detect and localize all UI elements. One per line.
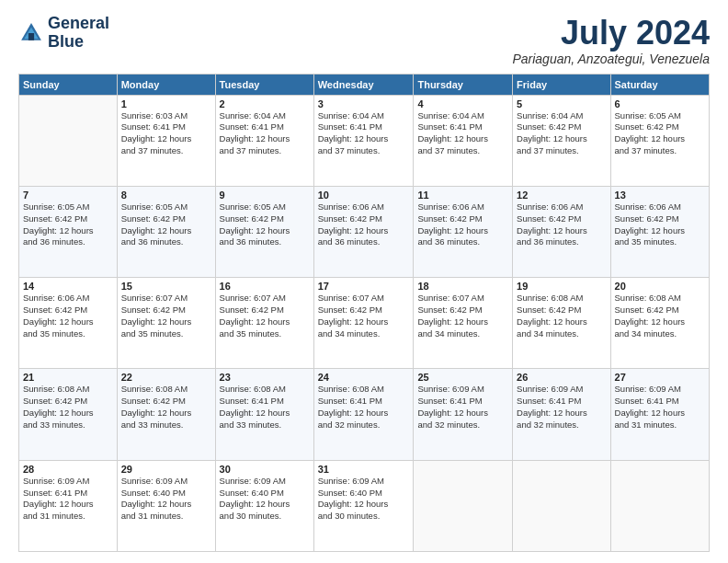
calendar-cell: 4Sunrise: 6:04 AM Sunset: 6:41 PM Daylig… <box>414 95 513 186</box>
day-info: Sunrise: 6:06 AM Sunset: 6:42 PM Dayligh… <box>23 293 113 339</box>
day-number: 26 <box>517 372 606 383</box>
day-info: Sunrise: 6:05 AM Sunset: 6:42 PM Dayligh… <box>615 110 705 157</box>
day-number: 31 <box>318 464 410 475</box>
calendar-cell <box>414 460 513 551</box>
day-number: 19 <box>517 281 606 292</box>
day-number: 15 <box>121 281 211 292</box>
day-info: Sunrise: 6:07 AM Sunset: 6:42 PM Dayligh… <box>220 293 310 339</box>
svg-rect-2 <box>28 33 34 40</box>
day-info: Sunrise: 6:05 AM Sunset: 6:42 PM Dayligh… <box>23 201 113 248</box>
weekday-header-thursday: Thursday <box>414 74 513 95</box>
day-number: 14 <box>23 281 113 292</box>
calendar-cell: 31Sunrise: 6:09 AM Sunset: 6:40 PM Dayli… <box>313 460 414 551</box>
calendar-table: SundayMondayTuesdayWednesdayThursdayFrid… <box>18 74 710 552</box>
day-info: Sunrise: 6:08 AM Sunset: 6:42 PM Dayligh… <box>121 384 211 431</box>
calendar-cell: 17Sunrise: 6:07 AM Sunset: 6:42 PM Dayli… <box>313 278 414 369</box>
day-number: 27 <box>615 372 705 383</box>
weekday-header-friday: Friday <box>513 74 610 95</box>
day-number: 5 <box>517 98 606 109</box>
day-number: 4 <box>417 98 508 109</box>
day-info: Sunrise: 6:06 AM Sunset: 6:42 PM Dayligh… <box>615 201 705 248</box>
calendar-cell: 16Sunrise: 6:07 AM Sunset: 6:42 PM Dayli… <box>215 278 313 369</box>
day-info: Sunrise: 6:07 AM Sunset: 6:42 PM Dayligh… <box>417 293 508 339</box>
day-info: Sunrise: 6:08 AM Sunset: 6:41 PM Dayligh… <box>220 384 310 431</box>
day-number: 17 <box>318 281 410 292</box>
header: General Blue July 2024 Pariaguan, Anzoat… <box>18 15 710 66</box>
calendar-cell: 15Sunrise: 6:07 AM Sunset: 6:42 PM Dayli… <box>117 278 215 369</box>
calendar-cell <box>610 460 709 551</box>
calendar-cell: 11Sunrise: 6:06 AM Sunset: 6:42 PM Dayli… <box>414 186 513 277</box>
day-info: Sunrise: 6:03 AM Sunset: 6:41 PM Dayligh… <box>121 110 211 157</box>
calendar-cell: 19Sunrise: 6:08 AM Sunset: 6:42 PM Dayli… <box>513 278 610 369</box>
calendar-cell <box>19 95 118 186</box>
weekday-header-tuesday: Tuesday <box>215 74 313 95</box>
day-info: Sunrise: 6:04 AM Sunset: 6:41 PM Dayligh… <box>417 110 508 157</box>
calendar-cell: 26Sunrise: 6:09 AM Sunset: 6:41 PM Dayli… <box>513 369 610 460</box>
day-info: Sunrise: 6:05 AM Sunset: 6:42 PM Dayligh… <box>220 201 310 248</box>
day-number: 24 <box>318 372 410 383</box>
day-info: Sunrise: 6:07 AM Sunset: 6:42 PM Dayligh… <box>121 293 211 339</box>
day-info: Sunrise: 6:04 AM Sunset: 6:41 PM Dayligh… <box>220 110 310 157</box>
calendar-cell: 29Sunrise: 6:09 AM Sunset: 6:40 PM Dayli… <box>117 460 215 551</box>
calendar-cell: 24Sunrise: 6:08 AM Sunset: 6:41 PM Dayli… <box>313 369 414 460</box>
day-number: 7 <box>23 190 113 201</box>
calendar-cell: 7Sunrise: 6:05 AM Sunset: 6:42 PM Daylig… <box>19 186 118 277</box>
day-number: 23 <box>220 372 310 383</box>
day-number: 18 <box>417 281 508 292</box>
day-number: 10 <box>318 190 410 201</box>
main-title: July 2024 <box>512 15 710 52</box>
calendar-cell: 14Sunrise: 6:06 AM Sunset: 6:42 PM Dayli… <box>19 278 118 369</box>
calendar-cell: 21Sunrise: 6:08 AM Sunset: 6:42 PM Dayli… <box>19 369 118 460</box>
week-row-3: 14Sunrise: 6:06 AM Sunset: 6:42 PM Dayli… <box>19 278 710 369</box>
day-number: 21 <box>23 372 113 383</box>
day-info: Sunrise: 6:05 AM Sunset: 6:42 PM Dayligh… <box>121 201 211 248</box>
day-number: 3 <box>318 98 410 109</box>
week-row-4: 21Sunrise: 6:08 AM Sunset: 6:42 PM Dayli… <box>19 369 710 460</box>
calendar-cell: 27Sunrise: 6:09 AM Sunset: 6:41 PM Dayli… <box>610 369 709 460</box>
day-number: 28 <box>23 464 113 475</box>
day-number: 29 <box>121 464 211 475</box>
calendar-cell: 23Sunrise: 6:08 AM Sunset: 6:41 PM Dayli… <box>215 369 313 460</box>
calendar-cell: 6Sunrise: 6:05 AM Sunset: 6:42 PM Daylig… <box>610 95 709 186</box>
weekday-header-row: SundayMondayTuesdayWednesdayThursdayFrid… <box>19 74 710 95</box>
weekday-header-saturday: Saturday <box>610 74 709 95</box>
day-info: Sunrise: 6:08 AM Sunset: 6:42 PM Dayligh… <box>23 384 113 431</box>
calendar-cell: 2Sunrise: 6:04 AM Sunset: 6:41 PM Daylig… <box>215 95 313 186</box>
logo-icon <box>18 20 44 46</box>
day-info: Sunrise: 6:09 AM Sunset: 6:40 PM Dayligh… <box>318 476 410 523</box>
day-number: 11 <box>417 190 508 201</box>
weekday-header-sunday: Sunday <box>19 74 118 95</box>
day-number: 13 <box>615 190 705 201</box>
day-info: Sunrise: 6:09 AM Sunset: 6:41 PM Dayligh… <box>517 384 606 431</box>
week-row-5: 28Sunrise: 6:09 AM Sunset: 6:41 PM Dayli… <box>19 460 710 551</box>
day-info: Sunrise: 6:09 AM Sunset: 6:41 PM Dayligh… <box>23 476 113 523</box>
day-info: Sunrise: 6:06 AM Sunset: 6:42 PM Dayligh… <box>417 201 508 248</box>
day-info: Sunrise: 6:09 AM Sunset: 6:40 PM Dayligh… <box>121 476 211 523</box>
calendar-cell <box>513 460 610 551</box>
day-info: Sunrise: 6:04 AM Sunset: 6:41 PM Dayligh… <box>318 110 410 157</box>
day-number: 30 <box>220 464 310 475</box>
day-info: Sunrise: 6:09 AM Sunset: 6:40 PM Dayligh… <box>220 476 310 523</box>
calendar-cell: 10Sunrise: 6:06 AM Sunset: 6:42 PM Dayli… <box>313 186 414 277</box>
calendar-cell: 9Sunrise: 6:05 AM Sunset: 6:42 PM Daylig… <box>215 186 313 277</box>
calendar-cell: 25Sunrise: 6:09 AM Sunset: 6:41 PM Dayli… <box>414 369 513 460</box>
week-row-2: 7Sunrise: 6:05 AM Sunset: 6:42 PM Daylig… <box>19 186 710 277</box>
day-number: 8 <box>121 190 211 201</box>
calendar-cell: 22Sunrise: 6:08 AM Sunset: 6:42 PM Dayli… <box>117 369 215 460</box>
logo: General Blue <box>18 15 109 52</box>
day-number: 22 <box>121 372 211 383</box>
day-info: Sunrise: 6:06 AM Sunset: 6:42 PM Dayligh… <box>517 201 606 248</box>
calendar-cell: 28Sunrise: 6:09 AM Sunset: 6:41 PM Dayli… <box>19 460 118 551</box>
weekday-header-wednesday: Wednesday <box>313 74 414 95</box>
calendar-cell: 20Sunrise: 6:08 AM Sunset: 6:42 PM Dayli… <box>610 278 709 369</box>
day-info: Sunrise: 6:09 AM Sunset: 6:41 PM Dayligh… <box>615 384 705 431</box>
day-info: Sunrise: 6:07 AM Sunset: 6:42 PM Dayligh… <box>318 293 410 339</box>
calendar-cell: 5Sunrise: 6:04 AM Sunset: 6:42 PM Daylig… <box>513 95 610 186</box>
calendar-cell: 3Sunrise: 6:04 AM Sunset: 6:41 PM Daylig… <box>313 95 414 186</box>
weekday-header-monday: Monday <box>117 74 215 95</box>
day-info: Sunrise: 6:08 AM Sunset: 6:42 PM Dayligh… <box>517 293 606 339</box>
calendar-cell: 8Sunrise: 6:05 AM Sunset: 6:42 PM Daylig… <box>117 186 215 277</box>
week-row-1: 1Sunrise: 6:03 AM Sunset: 6:41 PM Daylig… <box>19 95 710 186</box>
day-info: Sunrise: 6:08 AM Sunset: 6:41 PM Dayligh… <box>318 384 410 431</box>
day-info: Sunrise: 6:06 AM Sunset: 6:42 PM Dayligh… <box>318 201 410 248</box>
